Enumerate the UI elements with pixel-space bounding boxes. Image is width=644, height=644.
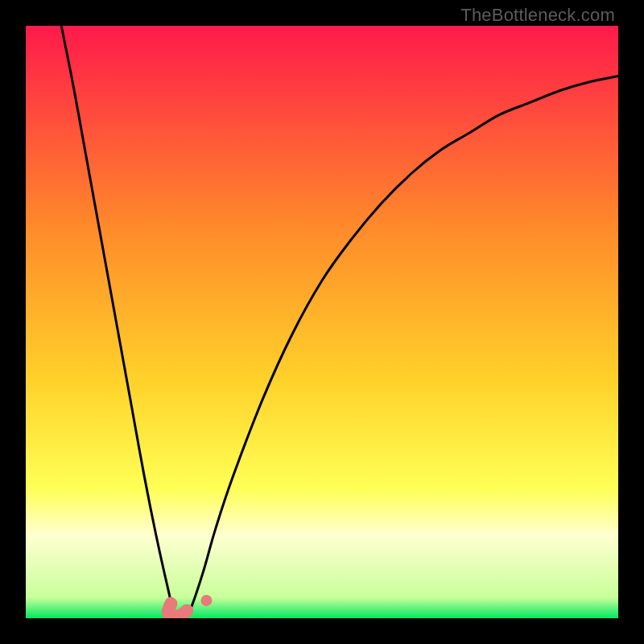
plot-area <box>26 26 618 618</box>
watermark-text: TheBottleneck.com <box>460 5 615 26</box>
chart-svg <box>26 26 618 618</box>
gradient-background <box>26 26 618 618</box>
marker-dot <box>200 595 212 606</box>
